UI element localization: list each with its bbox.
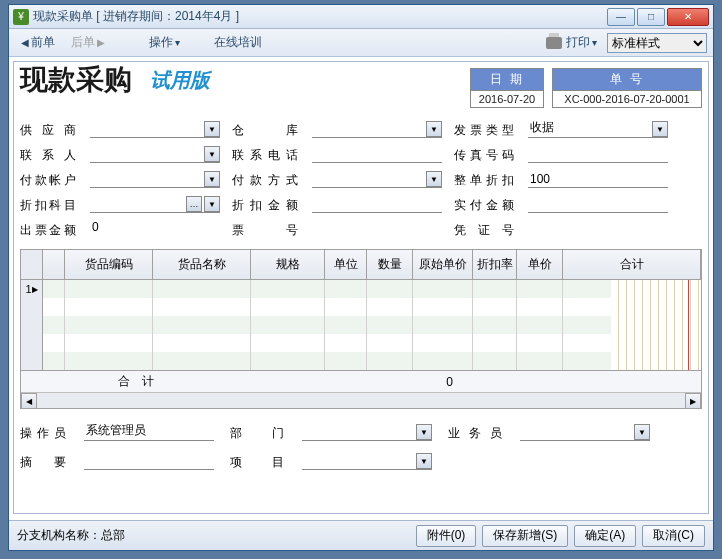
chevron-down-icon[interactable]: ▼ [426, 171, 442, 187]
chevron-down-icon: ▾ [592, 37, 597, 48]
arrow-left-icon: ◀ [21, 37, 29, 48]
operate-menu[interactable]: 操作 ▾ [143, 32, 186, 53]
order-no-value: XC-000-2016-07-20-0001 [553, 91, 701, 107]
print-icon [546, 37, 562, 49]
operator-label: 操作员 [20, 423, 68, 442]
status-bar: 分支机构名称：总部 附件(0) 保存新增(S) 确定(A) 取消(C) [9, 520, 713, 550]
col-origprice[interactable]: 原始单价 [413, 250, 473, 279]
col-price[interactable]: 单价 [517, 250, 563, 279]
warehouse-input[interactable]: ▼ [312, 120, 442, 138]
actual-pay-input[interactable] [528, 195, 668, 213]
scroll-right-icon[interactable]: ▶ [685, 393, 701, 409]
col-unit[interactable]: 单位 [325, 250, 367, 279]
chevron-down-icon[interactable]: ▼ [416, 453, 432, 469]
draft-no-label: 票 号 [232, 220, 300, 239]
col-code[interactable]: 货品编码 [65, 250, 153, 279]
summary-label: 摘 要 [20, 452, 68, 471]
chevron-down-icon[interactable]: ▼ [426, 121, 442, 137]
order-discount-input[interactable]: 100 [528, 170, 668, 188]
table-row[interactable]: 1▶ [21, 280, 701, 298]
close-button[interactable]: ✕ [667, 8, 709, 26]
attachment-button[interactable]: 附件(0) [416, 525, 477, 547]
discount-amount-input[interactable] [312, 195, 442, 213]
pay-account-label: 付款帐户 [20, 170, 78, 189]
table-footer: 合 计 0 [21, 370, 701, 392]
minimize-button[interactable]: — [607, 8, 635, 26]
scroll-left-icon[interactable]: ◀ [21, 393, 37, 409]
actual-pay-label: 实付金额 [454, 195, 516, 214]
summary-input[interactable] [84, 452, 214, 470]
sales-input[interactable]: ▼ [520, 423, 650, 441]
next-order-button[interactable]: 后单▶ [65, 32, 111, 53]
operator-input[interactable]: 系统管理员 [84, 423, 214, 441]
online-training-button[interactable]: 在线培训 [208, 32, 268, 53]
phone-input[interactable] [312, 145, 442, 163]
contact-label: 联 系 人 [20, 145, 78, 164]
form-grid: 供 应 商 ▼ 仓 库 ▼ 发票类型 收据▼ 联 系 人 ▼ 联系电话 传真号码… [20, 120, 702, 239]
print-button[interactable]: 打印 ▾ [540, 32, 603, 53]
voucher-no-label: 凭 证 号 [454, 220, 516, 239]
content-area: 现款采购 试用版 日 期 2016-07-20 单 号 XC-000-2016-… [13, 61, 709, 514]
col-name[interactable]: 货品名称 [153, 250, 251, 279]
discount-amount-label: 折扣金额 [232, 195, 300, 214]
pay-account-input[interactable]: ▼ [90, 170, 220, 188]
project-label: 项 目 [230, 452, 286, 471]
discount-subject-input[interactable]: …▼ [90, 195, 220, 213]
pay-method-label: 付款方式 [232, 170, 300, 189]
order-no-box: 单 号 XC-000-2016-07-20-0001 [552, 68, 702, 108]
prev-order-button[interactable]: ◀前单 [15, 32, 61, 53]
date-value[interactable]: 2016-07-20 [471, 91, 543, 107]
pay-method-input[interactable]: ▼ [312, 170, 442, 188]
project-input[interactable]: ▼ [302, 452, 432, 470]
chevron-down-icon[interactable]: ▼ [634, 424, 650, 440]
total-label: 合 计 [21, 373, 251, 390]
invoice-type-label: 发票类型 [454, 120, 516, 139]
app-icon: ¥ [13, 9, 29, 25]
contact-input[interactable]: ▼ [90, 145, 220, 163]
save-new-button[interactable]: 保存新增(S) [482, 525, 568, 547]
fax-input[interactable] [528, 145, 668, 163]
supplier-input[interactable]: ▼ [90, 120, 220, 138]
chevron-down-icon[interactable]: ▼ [416, 424, 432, 440]
table-body[interactable]: 1▶ [21, 280, 701, 370]
supplier-label: 供 应 商 [20, 120, 78, 139]
arrow-right-icon: ▶ [97, 37, 105, 48]
total-qty: 0 [446, 375, 453, 389]
table-header: 货品编码 货品名称 规格 单位 数量 原始单价 折扣率 单价 合计 [21, 250, 701, 280]
chevron-down-icon: ▾ [175, 37, 180, 48]
chevron-down-icon[interactable]: ▼ [204, 171, 220, 187]
chevron-down-icon[interactable]: ▼ [652, 121, 668, 137]
ellipsis-icon[interactable]: … [186, 196, 202, 212]
cancel-button[interactable]: 取消(C) [642, 525, 705, 547]
date-box: 日 期 2016-07-20 [470, 68, 544, 108]
col-qty[interactable]: 数量 [367, 250, 413, 279]
chevron-down-icon[interactable]: ▼ [204, 196, 220, 212]
chevron-down-icon[interactable]: ▼ [204, 121, 220, 137]
horizontal-scrollbar[interactable]: ◀ ▶ [21, 392, 701, 408]
order-discount-label: 整单折扣 [454, 170, 516, 189]
maximize-button[interactable]: □ [637, 8, 665, 26]
dept-input[interactable]: ▼ [302, 423, 432, 441]
order-no-label: 单 号 [553, 69, 701, 91]
invoice-type-input[interactable]: 收据▼ [528, 120, 668, 138]
toolbar: ◀前单 后单▶ 操作 ▾ 在线培训 打印 ▾ 标准样式 [9, 29, 713, 57]
ok-button[interactable]: 确定(A) [574, 525, 636, 547]
draft-amount-value: 0 [90, 220, 220, 239]
chevron-down-icon[interactable]: ▼ [204, 146, 220, 162]
branch-label: 分支机构名称：总部 [17, 527, 410, 544]
discount-subject-label: 折扣科目 [20, 195, 78, 214]
sales-label: 业务员 [448, 423, 504, 442]
footer-form: 操作员 系统管理员 部 门 ▼ 业务员 ▼ 摘 要 项 目 ▼ [20, 423, 702, 471]
grid-paper-overlay [611, 280, 701, 370]
items-table: 货品编码 货品名称 规格 单位 数量 原始单价 折扣率 单价 合计 1▶ [20, 249, 702, 409]
col-discount[interactable]: 折扣率 [473, 250, 517, 279]
row-index: 1▶ [21, 280, 43, 298]
col-total[interactable]: 合计 [563, 250, 701, 279]
warehouse-label: 仓 库 [232, 120, 300, 139]
trial-badge: 试用版 [150, 66, 210, 94]
draft-amount-label: 出票金额 [20, 220, 78, 239]
style-select[interactable]: 标准样式 [607, 33, 707, 53]
page-title: 现款采购 [20, 66, 132, 94]
fax-label: 传真号码 [454, 145, 516, 164]
col-spec[interactable]: 规格 [251, 250, 325, 279]
